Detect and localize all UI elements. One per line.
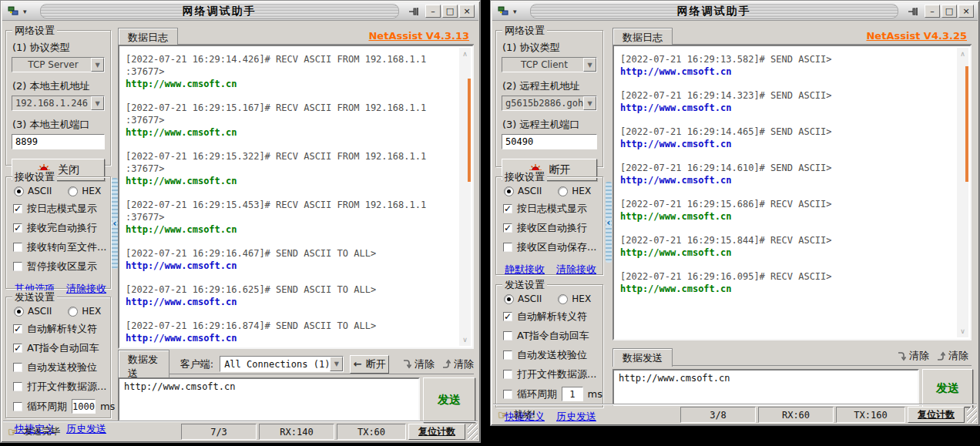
checkbox-auto-checksum[interactable]: 自动发送校验位 [503,348,602,362]
connection-select[interactable]: All Connections (1) ▼ [220,356,344,372]
close-button[interactable]: × [459,5,475,18]
send-button[interactable]: 发送 [423,377,475,423]
panel-splitter[interactable]: ‹ [606,24,612,409]
clear-receive-link[interactable]: 清除接收 [66,282,106,296]
reset-count-button[interactable]: 复位计数 [408,424,465,440]
clear-receive-link[interactable]: 清除接收 [556,263,596,277]
checkbox-box[interactable] [13,223,22,233]
dropdown-arrow-icon[interactable]: ▼ [583,96,596,110]
checkbox-box[interactable] [13,344,22,353]
checkbox-pause-display[interactable]: 暂停接收区显示 [13,260,110,273]
dropdown-arrow-icon[interactable]: ▼ [583,58,596,72]
radio-ascii[interactable] [14,307,24,317]
checkbox-auto-save[interactable]: 接收区自动保存... [503,240,602,254]
host-select[interactable]: 192.168.1.246 ▼ [12,96,105,111]
reset-count-button[interactable]: 复位计数 [908,407,965,423]
checkbox-box[interactable] [503,370,512,379]
dropdown-arrow-icon[interactable]: ▼ [330,357,343,371]
panel-splitter[interactable]: ‹ [112,24,118,426]
checkbox-log-mode[interactable]: 按日志模式显示 [503,202,602,216]
splitter-handle[interactable]: ‹ [112,178,118,269]
resize-grip[interactable] [967,407,977,423]
minimize-button[interactable]: – [425,5,441,18]
pin-icon[interactable] [906,5,920,18]
checkbox-box[interactable] [503,223,512,233]
splitter-handle[interactable]: ‹ [606,182,612,263]
checkbox-parse-escape[interactable]: 自动解析转义符 [13,322,110,336]
checkbox-cycle-period[interactable]: 循环周期 1 ms [503,387,602,401]
checkbox-redirect-file[interactable]: 接收转向至文件... [13,240,110,254]
version-link[interactable]: NetAssist V4.3.25 [866,30,967,42]
checkbox-file-source[interactable]: 打开文件数据源... [13,380,110,394]
log-area[interactable]: [2022-07-21 16:29:14.426]# RECV ASCII FR… [118,45,474,349]
checkbox-auto-newline[interactable]: 接收完自动换行 [13,221,110,235]
log-scrollbar[interactable]: ∧ ∨ [459,48,471,346]
protocol-select[interactable]: TCP Client ▼ [502,57,597,72]
tab-data-log[interactable]: 数据日志 [118,28,178,46]
scroll-up-icon[interactable]: ∧ [459,50,471,58]
maximize-button[interactable]: □ [442,5,458,18]
checkbox-auto-checksum[interactable]: 自动发送校验位 [13,360,110,374]
radio-ascii[interactable] [14,186,24,196]
checkbox-box[interactable] [13,382,22,391]
checkbox-box[interactable] [503,390,512,399]
clear-send-area-button[interactable]: 清除 [896,349,929,363]
send-button[interactable]: 发送 [922,369,973,407]
checkbox-file-source[interactable]: 打开文件数据源... [503,367,602,381]
checkbox-parse-escape[interactable]: 自动解析转义符 [503,310,602,324]
radio-hex[interactable] [558,186,568,196]
checkbox-box[interactable] [503,331,512,340]
collapse-arrow-icon[interactable]: ‹ [606,219,610,226]
radio-hex[interactable] [68,186,78,196]
clear-send-area-button[interactable]: 清除 [401,357,435,371]
port-input[interactable]: 8899 [12,134,105,149]
window-menu-button[interactable]: ▾ [492,2,522,20]
checkbox-box[interactable] [503,243,512,252]
checkbox-log-mode[interactable]: 按日志模式显示 [13,202,110,216]
title-bar[interactable]: ▾ 网络调试助手 – □ × [492,2,978,21]
dropdown-arrow-icon[interactable]: ▼ [91,96,104,110]
radio-hex[interactable] [68,307,78,317]
radio-ascii[interactable] [504,186,514,196]
checkbox-box[interactable] [13,402,22,411]
checkbox-box[interactable] [13,262,22,271]
radio-ascii[interactable] [504,294,514,304]
log-scrollbar[interactable]: ∧ ∨ [957,48,968,337]
window-menu-button[interactable]: ▾ [2,2,32,20]
maximize-button[interactable]: □ [941,5,957,18]
resize-grip[interactable] [468,424,478,440]
send-input[interactable]: http://www.cmsoft.cn [612,369,919,406]
tab-data-log[interactable]: 数据日志 [612,28,673,46]
checkbox-box[interactable] [503,312,512,321]
menu-caret-icon[interactable]: ▾ [23,8,27,15]
radio-hex[interactable] [558,294,568,304]
checkbox-box[interactable] [13,204,22,213]
scroll-down-icon[interactable]: ∨ [957,327,968,335]
cycle-period-input[interactable]: 1 [562,387,583,401]
collapse-arrow-icon[interactable]: ‹ [112,220,116,227]
menu-caret-icon[interactable]: ▾ [513,8,517,15]
checkbox-box[interactable] [503,350,512,360]
scroll-down-icon[interactable]: ∨ [459,336,471,344]
checkbox-at-enter[interactable]: AT指令自动回车 [503,329,602,343]
scrollbar-thumb[interactable] [965,66,968,182]
checkbox-box[interactable] [13,324,22,334]
checkbox-box[interactable] [503,204,512,213]
scrollbar-thumb[interactable] [468,79,471,182]
clear-receive-area-button[interactable]: 清除 [935,349,968,363]
version-link[interactable]: NetAssist V4.3.13 [368,30,469,42]
host-select[interactable]: g5615b2886.goho. ▼ [502,96,597,111]
checkbox-at-enter[interactable]: AT指令自动回车 [13,341,110,355]
clear-receive-area-button[interactable]: 清除 [441,357,474,371]
dropdown-arrow-icon[interactable]: ▼ [91,58,104,72]
title-bar[interactable]: ▾ 网络调试助手 – □ × [2,2,478,21]
scroll-up-icon[interactable]: ∧ [957,50,968,58]
protocol-select[interactable]: TCP Server ▼ [12,57,105,72]
close-button[interactable]: × [958,5,974,18]
tab-data-send[interactable]: 数据发送 [612,348,673,367]
checkbox-box[interactable] [13,363,22,372]
cycle-period-input[interactable]: 1000 [72,399,96,414]
minimize-button[interactable]: – [925,5,940,18]
disconnect-button[interactable]: ← 断开 [350,355,389,374]
checkbox-auto-newline[interactable]: 接收区自动换行 [503,221,602,235]
